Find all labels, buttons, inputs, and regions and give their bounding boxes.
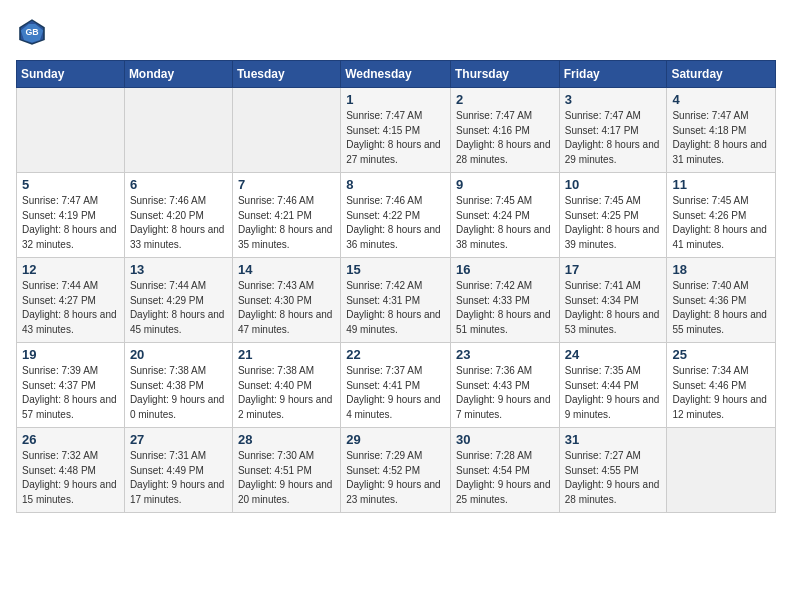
day-info: Sunrise: 7:39 AM Sunset: 4:37 PM Dayligh…	[22, 364, 119, 422]
day-info: Sunrise: 7:36 AM Sunset: 4:43 PM Dayligh…	[456, 364, 554, 422]
day-number: 11	[672, 177, 770, 192]
calendar-cell: 24Sunrise: 7:35 AM Sunset: 4:44 PM Dayli…	[559, 343, 667, 428]
day-info: Sunrise: 7:44 AM Sunset: 4:29 PM Dayligh…	[130, 279, 227, 337]
calendar-cell: 16Sunrise: 7:42 AM Sunset: 4:33 PM Dayli…	[450, 258, 559, 343]
calendar-cell: 27Sunrise: 7:31 AM Sunset: 4:49 PM Dayli…	[124, 428, 232, 513]
weekday-header-tuesday: Tuesday	[232, 61, 340, 88]
day-info: Sunrise: 7:38 AM Sunset: 4:38 PM Dayligh…	[130, 364, 227, 422]
calendar-cell	[17, 88, 125, 173]
calendar-table: SundayMondayTuesdayWednesdayThursdayFrid…	[16, 60, 776, 513]
day-info: Sunrise: 7:42 AM Sunset: 4:33 PM Dayligh…	[456, 279, 554, 337]
weekday-header-friday: Friday	[559, 61, 667, 88]
day-number: 18	[672, 262, 770, 277]
day-info: Sunrise: 7:41 AM Sunset: 4:34 PM Dayligh…	[565, 279, 662, 337]
day-info: Sunrise: 7:38 AM Sunset: 4:40 PM Dayligh…	[238, 364, 335, 422]
day-number: 3	[565, 92, 662, 107]
calendar-cell: 8Sunrise: 7:46 AM Sunset: 4:22 PM Daylig…	[341, 173, 451, 258]
day-number: 19	[22, 347, 119, 362]
day-number: 28	[238, 432, 335, 447]
day-number: 26	[22, 432, 119, 447]
day-info: Sunrise: 7:35 AM Sunset: 4:44 PM Dayligh…	[565, 364, 662, 422]
day-number: 6	[130, 177, 227, 192]
day-number: 29	[346, 432, 445, 447]
day-info: Sunrise: 7:40 AM Sunset: 4:36 PM Dayligh…	[672, 279, 770, 337]
day-info: Sunrise: 7:30 AM Sunset: 4:51 PM Dayligh…	[238, 449, 335, 507]
calendar-cell	[667, 428, 776, 513]
day-number: 17	[565, 262, 662, 277]
day-number: 10	[565, 177, 662, 192]
day-number: 30	[456, 432, 554, 447]
week-row-2: 5Sunrise: 7:47 AM Sunset: 4:19 PM Daylig…	[17, 173, 776, 258]
day-number: 14	[238, 262, 335, 277]
day-number: 23	[456, 347, 554, 362]
day-number: 21	[238, 347, 335, 362]
calendar-cell: 28Sunrise: 7:30 AM Sunset: 4:51 PM Dayli…	[232, 428, 340, 513]
weekday-header-thursday: Thursday	[450, 61, 559, 88]
day-info: Sunrise: 7:47 AM Sunset: 4:16 PM Dayligh…	[456, 109, 554, 167]
calendar-cell	[232, 88, 340, 173]
day-info: Sunrise: 7:37 AM Sunset: 4:41 PM Dayligh…	[346, 364, 445, 422]
calendar-cell: 1Sunrise: 7:47 AM Sunset: 4:15 PM Daylig…	[341, 88, 451, 173]
day-info: Sunrise: 7:46 AM Sunset: 4:22 PM Dayligh…	[346, 194, 445, 252]
day-number: 9	[456, 177, 554, 192]
calendar-cell: 4Sunrise: 7:47 AM Sunset: 4:18 PM Daylig…	[667, 88, 776, 173]
calendar-cell	[124, 88, 232, 173]
day-info: Sunrise: 7:45 AM Sunset: 4:26 PM Dayligh…	[672, 194, 770, 252]
calendar-cell: 15Sunrise: 7:42 AM Sunset: 4:31 PM Dayli…	[341, 258, 451, 343]
svg-text:GB: GB	[25, 27, 38, 37]
day-info: Sunrise: 7:32 AM Sunset: 4:48 PM Dayligh…	[22, 449, 119, 507]
day-number: 8	[346, 177, 445, 192]
day-number: 24	[565, 347, 662, 362]
calendar-cell: 9Sunrise: 7:45 AM Sunset: 4:24 PM Daylig…	[450, 173, 559, 258]
day-info: Sunrise: 7:31 AM Sunset: 4:49 PM Dayligh…	[130, 449, 227, 507]
day-number: 31	[565, 432, 662, 447]
day-number: 27	[130, 432, 227, 447]
day-number: 25	[672, 347, 770, 362]
calendar-cell: 20Sunrise: 7:38 AM Sunset: 4:38 PM Dayli…	[124, 343, 232, 428]
calendar-cell: 11Sunrise: 7:45 AM Sunset: 4:26 PM Dayli…	[667, 173, 776, 258]
calendar-cell: 30Sunrise: 7:28 AM Sunset: 4:54 PM Dayli…	[450, 428, 559, 513]
calendar-cell: 21Sunrise: 7:38 AM Sunset: 4:40 PM Dayli…	[232, 343, 340, 428]
day-info: Sunrise: 7:34 AM Sunset: 4:46 PM Dayligh…	[672, 364, 770, 422]
calendar-cell: 12Sunrise: 7:44 AM Sunset: 4:27 PM Dayli…	[17, 258, 125, 343]
day-info: Sunrise: 7:47 AM Sunset: 4:15 PM Dayligh…	[346, 109, 445, 167]
day-number: 15	[346, 262, 445, 277]
day-number: 16	[456, 262, 554, 277]
calendar-cell: 22Sunrise: 7:37 AM Sunset: 4:41 PM Dayli…	[341, 343, 451, 428]
week-row-3: 12Sunrise: 7:44 AM Sunset: 4:27 PM Dayli…	[17, 258, 776, 343]
day-info: Sunrise: 7:43 AM Sunset: 4:30 PM Dayligh…	[238, 279, 335, 337]
day-info: Sunrise: 7:47 AM Sunset: 4:19 PM Dayligh…	[22, 194, 119, 252]
day-number: 20	[130, 347, 227, 362]
day-number: 7	[238, 177, 335, 192]
day-info: Sunrise: 7:47 AM Sunset: 4:18 PM Dayligh…	[672, 109, 770, 167]
calendar-cell: 29Sunrise: 7:29 AM Sunset: 4:52 PM Dayli…	[341, 428, 451, 513]
week-row-4: 19Sunrise: 7:39 AM Sunset: 4:37 PM Dayli…	[17, 343, 776, 428]
day-info: Sunrise: 7:27 AM Sunset: 4:55 PM Dayligh…	[565, 449, 662, 507]
calendar-cell: 31Sunrise: 7:27 AM Sunset: 4:55 PM Dayli…	[559, 428, 667, 513]
day-info: Sunrise: 7:45 AM Sunset: 4:24 PM Dayligh…	[456, 194, 554, 252]
week-row-5: 26Sunrise: 7:32 AM Sunset: 4:48 PM Dayli…	[17, 428, 776, 513]
calendar-cell: 13Sunrise: 7:44 AM Sunset: 4:29 PM Dayli…	[124, 258, 232, 343]
day-number: 22	[346, 347, 445, 362]
day-info: Sunrise: 7:28 AM Sunset: 4:54 PM Dayligh…	[456, 449, 554, 507]
calendar-cell: 19Sunrise: 7:39 AM Sunset: 4:37 PM Dayli…	[17, 343, 125, 428]
calendar-cell: 7Sunrise: 7:46 AM Sunset: 4:21 PM Daylig…	[232, 173, 340, 258]
weekday-header-wednesday: Wednesday	[341, 61, 451, 88]
calendar-cell: 5Sunrise: 7:47 AM Sunset: 4:19 PM Daylig…	[17, 173, 125, 258]
day-number: 4	[672, 92, 770, 107]
day-number: 5	[22, 177, 119, 192]
day-number: 1	[346, 92, 445, 107]
calendar-cell: 18Sunrise: 7:40 AM Sunset: 4:36 PM Dayli…	[667, 258, 776, 343]
page-header: GB	[16, 16, 776, 48]
calendar-cell: 23Sunrise: 7:36 AM Sunset: 4:43 PM Dayli…	[450, 343, 559, 428]
day-info: Sunrise: 7:42 AM Sunset: 4:31 PM Dayligh…	[346, 279, 445, 337]
day-info: Sunrise: 7:47 AM Sunset: 4:17 PM Dayligh…	[565, 109, 662, 167]
day-number: 2	[456, 92, 554, 107]
calendar-cell: 2Sunrise: 7:47 AM Sunset: 4:16 PM Daylig…	[450, 88, 559, 173]
day-info: Sunrise: 7:46 AM Sunset: 4:20 PM Dayligh…	[130, 194, 227, 252]
day-number: 13	[130, 262, 227, 277]
calendar-cell: 26Sunrise: 7:32 AM Sunset: 4:48 PM Dayli…	[17, 428, 125, 513]
calendar-cell: 17Sunrise: 7:41 AM Sunset: 4:34 PM Dayli…	[559, 258, 667, 343]
calendar-cell: 6Sunrise: 7:46 AM Sunset: 4:20 PM Daylig…	[124, 173, 232, 258]
weekday-header-row: SundayMondayTuesdayWednesdayThursdayFrid…	[17, 61, 776, 88]
